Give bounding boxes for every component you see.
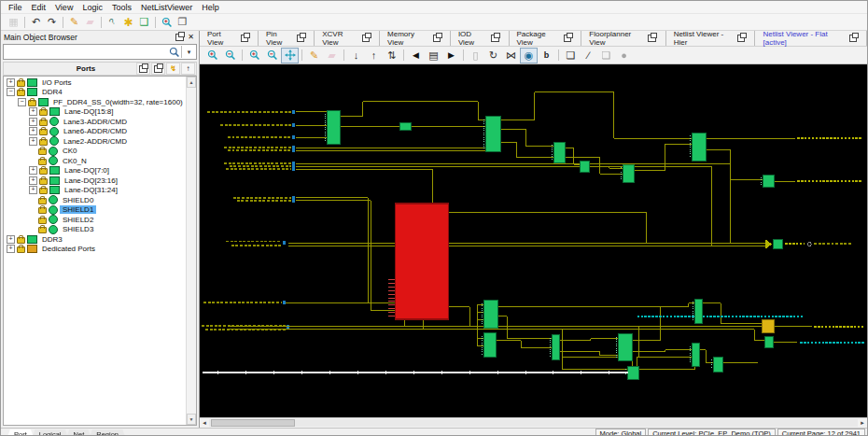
scroll-up-icon[interactable]: ▲: [187, 77, 196, 88]
float-tab-icon[interactable]: [362, 35, 370, 42]
menu-tools[interactable]: Tools: [107, 3, 136, 12]
prev-page-icon[interactable]: ◀: [407, 48, 425, 63]
menu-view[interactable]: View: [50, 3, 77, 12]
tab-pin-view[interactable]: Pin View: [259, 31, 315, 46]
scroll-right-icon[interactable]: ▸: [858, 419, 867, 427]
copy-icon[interactable]: [151, 63, 165, 75]
tree-item-pf-ddr4-ss-0-width-32-rate-1600-[interactable]: −PF_DDR4_SS_0(width=32, rate=1600): [4, 97, 186, 107]
expand-icon[interactable]: +: [7, 78, 15, 87]
tree-item-label[interactable]: Lane-DQ[23:16]: [62, 176, 120, 185]
tree-item-label[interactable]: Lane2-ADDR/CMD: [61, 137, 130, 146]
pop-up-icon[interactable]: ↑: [365, 48, 383, 63]
tree-item-label[interactable]: SHIELD2: [60, 216, 96, 224]
scroll-top-icon[interactable]: ↑: [181, 63, 195, 75]
menu-file[interactable]: File: [4, 3, 27, 12]
float-tab-icon[interactable]: [849, 35, 857, 42]
collapse-net-icon[interactable]: ⋈: [502, 48, 520, 63]
tree-item-label[interactable]: Lane6-ADDR/CMD: [61, 127, 130, 135]
collapse-icon[interactable]: −: [7, 88, 15, 96]
edit-pencil-icon[interactable]: ✎: [305, 48, 323, 63]
tree-item-label[interactable]: PF_DDR4_SS_0(width=32, rate=1600): [50, 98, 186, 106]
zoom-in-icon[interactable]: [203, 48, 221, 63]
float-tab-icon[interactable]: [564, 35, 571, 42]
tree-item-label[interactable]: DDR3: [39, 235, 65, 244]
bottom-tab-region[interactable]: Region: [89, 429, 126, 436]
add-note-icon[interactable]: ❏: [562, 48, 580, 63]
float-tab-icon[interactable]: [491, 35, 498, 42]
filter-icon[interactable]: ↯: [166, 63, 180, 75]
float-tab-icon[interactable]: [433, 35, 441, 42]
tree-scrollbar[interactable]: ▲ ▼: [186, 77, 196, 425]
bottom-tab-net[interactable]: Net: [66, 429, 92, 436]
tree-item-lane2-addr-cmd[interactable]: +Lane2-ADDR/CMD: [4, 136, 186, 147]
menu-netlistviewer[interactable]: NetListViewer: [136, 3, 197, 12]
search-options-dropdown[interactable]: ▾: [181, 46, 196, 58]
tree-item-ddr4[interactable]: −DDR4: [4, 88, 186, 98]
tree-item-label[interactable]: CK0: [60, 147, 80, 155]
undo-icon[interactable]: ↶: [28, 15, 44, 29]
edit-pencil-icon[interactable]: ✎: [66, 15, 82, 29]
redo-icon[interactable]: ↷: [44, 15, 60, 29]
tab-memory-view[interactable]: Memory View: [380, 31, 451, 46]
expand-icon[interactable]: +: [29, 186, 37, 194]
selected-net[interactable]: [203, 371, 628, 374]
push-pop-icon[interactable]: ⇅: [383, 48, 400, 63]
show-flat-icon[interactable]: ◉: [520, 48, 538, 63]
tree-item-shield3[interactable]: SHIELD3: [4, 225, 186, 235]
search-icon[interactable]: [167, 46, 181, 58]
tree-item-label[interactable]: I/O Ports: [39, 78, 75, 87]
selected-yellow-component[interactable]: [762, 320, 774, 333]
float-tab-icon[interactable]: [297, 35, 304, 42]
tree-item-shield0[interactable]: SHIELD0: [4, 195, 186, 205]
tree-item-lane6-addr-cmd[interactable]: +Lane6-ADDR/CMD: [4, 127, 186, 137]
fit-view-icon[interactable]: [281, 48, 299, 63]
float-tab-icon[interactable]: [648, 35, 655, 42]
next-page-icon[interactable]: ▶: [442, 48, 460, 63]
float-tab-icon[interactable]: [737, 35, 745, 42]
tree-item-label[interactable]: Lane-DQ[15:8]: [62, 107, 116, 116]
pin-icon[interactable]: ?: [105, 15, 120, 29]
zoom-selection-out-icon[interactable]: [263, 48, 281, 63]
tree-item-ddr3[interactable]: +DDR3: [4, 234, 186, 245]
tab-port-view[interactable]: Port View: [200, 31, 259, 46]
tree-item-label[interactable]: Dedicated Ports: [39, 245, 98, 253]
tree-item-label[interactable]: Lane-DQ[7:0]: [62, 166, 112, 175]
menu-edit[interactable]: Edit: [27, 3, 51, 12]
bottom-tab-logical[interactable]: Logical: [32, 429, 69, 436]
expand-icon[interactable]: +: [29, 107, 37, 116]
float-icon[interactable]: [136, 63, 150, 75]
eraser-icon[interactable]: ▰: [82, 15, 98, 29]
expand-icon[interactable]: +: [29, 127, 37, 135]
page-list-icon[interactable]: ▤: [425, 48, 442, 63]
schematic-canvas[interactable]: [200, 64, 867, 417]
cascade-icon[interactable]: ❐: [175, 15, 190, 29]
new-sheet-icon[interactable]: ▯: [467, 48, 484, 63]
eraser-icon[interactable]: ▰: [323, 48, 341, 63]
expand-icon[interactable]: +: [7, 235, 15, 244]
menu-help[interactable]: Help: [197, 3, 224, 12]
canvas-horizontal-scrollbar[interactable]: ◂ ▸: [200, 417, 867, 428]
tree-item-ck0[interactable]: CK0: [4, 147, 186, 157]
close-panel-icon[interactable]: ✕: [186, 33, 196, 41]
scroll-down-icon[interactable]: ▼: [187, 414, 196, 425]
tree-item-lane-dq-31-24-[interactable]: +Lane-DQ[31:24]: [4, 186, 186, 196]
collapse-icon[interactable]: −: [18, 98, 26, 106]
tab-netlist-viewer-hier[interactable]: Netlist Viewer - Hier: [666, 31, 756, 46]
tree-item-label[interactable]: DDR4: [39, 88, 65, 96]
zoom-out-icon[interactable]: [221, 48, 239, 63]
expand-icon[interactable]: +: [29, 118, 37, 126]
tree-item-lane3-addr-cmd[interactable]: +Lane3-ADDR/CMD: [4, 117, 186, 127]
tree-item-label[interactable]: Lane3-ADDR/CMD: [61, 118, 130, 126]
tree-item-lane-dq-23-16-[interactable]: +Lane-DQ[23:16]: [4, 176, 186, 186]
options-icon[interactable]: ✱: [120, 15, 136, 29]
expand-icon[interactable]: +: [29, 137, 37, 146]
tree-item-label[interactable]: SHIELD3: [60, 225, 96, 233]
export-sheet-icon[interactable]: ❏: [597, 48, 615, 63]
zoom-selection-in-icon[interactable]: [245, 48, 263, 63]
menu-logic[interactable]: Logic: [77, 3, 107, 12]
show-buffers-icon[interactable]: b: [538, 48, 555, 63]
tree-item-lane-dq-7-0-[interactable]: +Lane-DQ[7:0]: [4, 166, 186, 176]
tree-item-dedicated-ports[interactable]: +Dedicated Ports: [4, 245, 186, 255]
tab-iod-view[interactable]: IOD View: [451, 31, 510, 46]
float-tab-icon[interactable]: [241, 35, 248, 42]
